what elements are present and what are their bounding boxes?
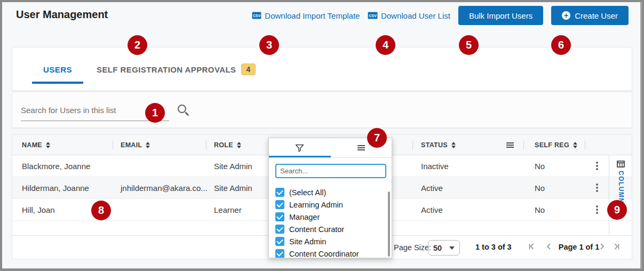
column-separator bbox=[523, 141, 524, 149]
column-separator bbox=[412, 141, 413, 149]
user-management-screen: User Management CSV Download Import Temp… bbox=[0, 0, 644, 271]
checkbox-checked-icon[interactable] bbox=[275, 237, 284, 246]
menu-icon bbox=[357, 145, 365, 151]
search-section bbox=[12, 92, 632, 128]
download-import-template-label: Download Import Template bbox=[265, 11, 360, 20]
filter-tab[interactable] bbox=[269, 138, 330, 157]
csv-file-icon: CSV bbox=[368, 12, 377, 19]
filter-option-label: Site Admin bbox=[289, 237, 326, 246]
column-header-status[interactable]: STATUS bbox=[421, 135, 456, 155]
annotation-badge-2: 2 bbox=[128, 35, 147, 55]
next-page-icon[interactable] bbox=[598, 243, 606, 250]
page-size-value: 50 bbox=[433, 244, 442, 252]
role-filter-popup: (Select All) Learning Admin Manager Cont… bbox=[268, 138, 392, 258]
checkbox-checked-icon[interactable] bbox=[275, 225, 284, 234]
previous-page-icon[interactable] bbox=[545, 243, 553, 250]
download-import-template-link[interactable]: CSV Download Import Template bbox=[252, 11, 360, 20]
row-actions-menu-icon[interactable] bbox=[593, 184, 601, 193]
cell-role: Learner bbox=[214, 199, 242, 221]
cell-role: Site Admin bbox=[214, 177, 252, 199]
filter-option[interactable]: Learning Admin bbox=[275, 198, 387, 211]
annotation-badge-5: 5 bbox=[459, 35, 479, 55]
column-menu-icon[interactable] bbox=[506, 142, 514, 148]
cell-self-reg: No bbox=[535, 155, 545, 177]
tabs-bar: USERS SELF REGISTRATION APPROVALS 4 bbox=[12, 47, 632, 91]
cell-self-reg: No bbox=[535, 177, 545, 199]
column-separator bbox=[585, 141, 585, 149]
column-header-self-reg[interactable]: SELF REG bbox=[535, 135, 577, 155]
sort-icon[interactable] bbox=[146, 142, 150, 148]
page-size-label: Page Size: bbox=[394, 243, 431, 252]
first-page-icon[interactable] bbox=[528, 243, 535, 250]
cell-name: Hilderman, Joanne bbox=[22, 177, 89, 199]
filter-option-label: Manager bbox=[289, 213, 320, 221]
column-header-email[interactable]: EMAIL bbox=[121, 135, 150, 155]
filter-option[interactable]: Site Admin bbox=[275, 235, 387, 248]
filter-funnel-icon bbox=[295, 144, 304, 152]
header-actions: CSV Download Import Template CSV Downloa… bbox=[252, 6, 629, 25]
download-user-list-label: Download User List bbox=[381, 11, 450, 20]
checkbox-checked-icon[interactable] bbox=[275, 200, 284, 209]
filter-options-list: (Select All) Learning Admin Manager Cont… bbox=[275, 186, 387, 258]
row-actions-menu-icon[interactable] bbox=[593, 162, 601, 171]
filter-search-input[interactable] bbox=[275, 164, 386, 178]
filter-option[interactable]: (Select All) bbox=[275, 186, 387, 198]
cell-name: Blackmore, Joanne bbox=[22, 155, 90, 177]
filter-option-label: Learning Admin bbox=[289, 201, 343, 209]
filter-option[interactable]: Content Coordinator bbox=[275, 248, 387, 258]
row-actions-menu-icon[interactable] bbox=[593, 205, 601, 215]
filter-option[interactable]: Manager bbox=[275, 211, 387, 223]
bulk-import-users-label: Bulk Import Users bbox=[469, 11, 532, 20]
cell-role: Site Admin bbox=[214, 155, 252, 177]
cell-email: jnhilderman@akara.co... bbox=[121, 177, 208, 199]
column-header-name[interactable]: NAME bbox=[22, 135, 50, 155]
checkbox-checked-icon[interactable] bbox=[275, 188, 284, 197]
column-header-role[interactable]: ROLE bbox=[214, 135, 241, 155]
download-user-list-link[interactable]: CSV Download User List bbox=[368, 11, 450, 20]
annotation-badge-6: 6 bbox=[551, 35, 571, 55]
checkbox-checked-icon[interactable] bbox=[275, 212, 284, 221]
scrollbar[interactable] bbox=[388, 192, 390, 257]
filter-option-label: (Select All) bbox=[289, 188, 326, 197]
cell-status: Inactive bbox=[421, 155, 449, 177]
tab-users[interactable]: USERS bbox=[32, 47, 83, 91]
columns-grid-icon bbox=[617, 161, 625, 168]
csv-file-icon: CSV bbox=[252, 12, 261, 19]
cell-self-reg: No bbox=[535, 199, 545, 221]
row-range-text: 1 to 3 of 3 bbox=[475, 243, 512, 251]
plus-icon bbox=[562, 11, 570, 20]
filter-option-label: Content Coordinator bbox=[289, 250, 359, 258]
self-registration-count-badge: 4 bbox=[241, 63, 255, 75]
bulk-import-users-button[interactable]: Bulk Import Users bbox=[458, 6, 543, 25]
last-page-icon[interactable] bbox=[613, 243, 621, 250]
create-user-label: Create User bbox=[575, 11, 618, 20]
sort-icon[interactable] bbox=[573, 142, 577, 148]
sort-icon[interactable] bbox=[451, 142, 456, 148]
sort-icon[interactable] bbox=[237, 142, 241, 148]
chevron-down-icon bbox=[449, 246, 455, 250]
annotation-badge-4: 4 bbox=[376, 35, 395, 55]
create-user-button[interactable]: Create User bbox=[551, 6, 629, 25]
checkbox-checked-icon[interactable] bbox=[275, 249, 284, 258]
column-separator bbox=[206, 141, 206, 149]
search-icon[interactable] bbox=[178, 105, 186, 113]
annotation-badge-3: 3 bbox=[259, 35, 279, 55]
cell-status: Active bbox=[421, 199, 443, 221]
cell-name: Hill, Joan bbox=[22, 199, 55, 221]
sort-icon[interactable] bbox=[46, 142, 50, 148]
page-indicator-text: Page 1 of 1 bbox=[555, 243, 603, 251]
annotation-badge-8: 8 bbox=[91, 201, 111, 220]
annotation-badge-7: 7 bbox=[367, 128, 387, 148]
annotation-badge-9: 9 bbox=[607, 200, 627, 220]
tab-self-registration-approvals[interactable]: SELF REGISTRATION APPROVALS 4 bbox=[97, 47, 256, 91]
page-title: User Management bbox=[16, 9, 108, 21]
page-size-select[interactable]: 50 bbox=[428, 240, 460, 256]
filter-option[interactable]: Content Curator bbox=[275, 223, 387, 235]
tab-self-registration-label: SELF REGISTRATION APPROVALS bbox=[97, 65, 236, 74]
annotation-badge-1: 1 bbox=[145, 103, 165, 123]
column-separator bbox=[113, 141, 113, 149]
cell-status: Active bbox=[421, 177, 443, 199]
filter-option-label: Content Curator bbox=[289, 225, 344, 234]
columns-button[interactable]: COLUMNS bbox=[609, 155, 632, 235]
